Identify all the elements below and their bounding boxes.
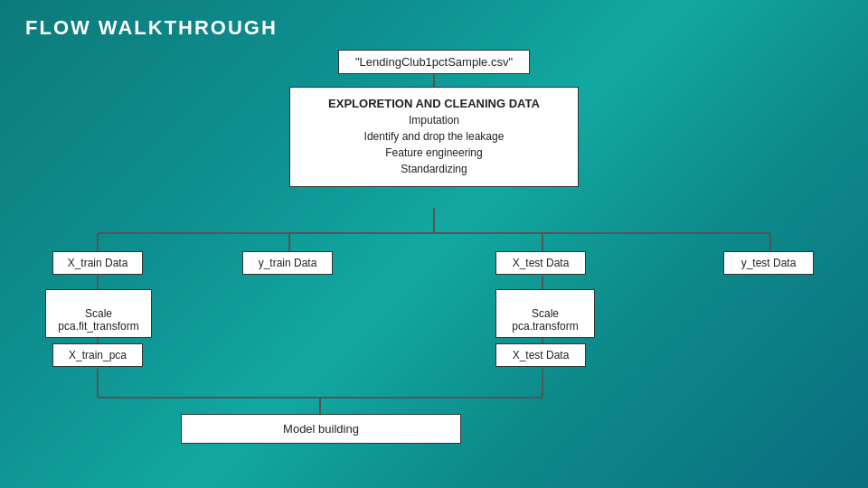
connector-v1 [433, 74, 435, 87]
flow-container: "LendingClub1pctSample.csv" EXPLORETION … [0, 50, 868, 187]
x-test-data-node: X_test Data [495, 251, 586, 275]
file-label-box: "LendingClub1pctSample.csv" [338, 50, 530, 74]
scale-transform-node: Scale pca.transform [495, 289, 595, 338]
y-train-data-node: y_train Data [242, 251, 333, 275]
file-label-text: "LendingClub1pctSample.csv" [355, 55, 513, 69]
page-title: FLOW WALKTHROUGH [25, 16, 278, 40]
scale-fit-transform-node: Scale pca.fit_transform [45, 289, 152, 338]
x-train-pca-node: X_train_pca [52, 343, 143, 367]
exploration-title: EXPLORETION AND CLEANING DATA [326, 97, 542, 110]
x-test-data2-node: X_test Data [495, 343, 586, 367]
item-standardizing: Standardizing [326, 161, 542, 177]
item-feature-eng: Feature engineering [326, 145, 542, 161]
model-building-box: Model building [181, 414, 461, 444]
x-train-data-node: X_train Data [52, 251, 143, 275]
item-imputation: Imputation [326, 112, 542, 128]
exploration-box: EXPLORETION AND CLEANING DATA Imputation… [289, 87, 579, 187]
item-leakage: Identify and drop the leakage [326, 128, 542, 145]
y-test-data-node: y_test Data [723, 251, 814, 275]
